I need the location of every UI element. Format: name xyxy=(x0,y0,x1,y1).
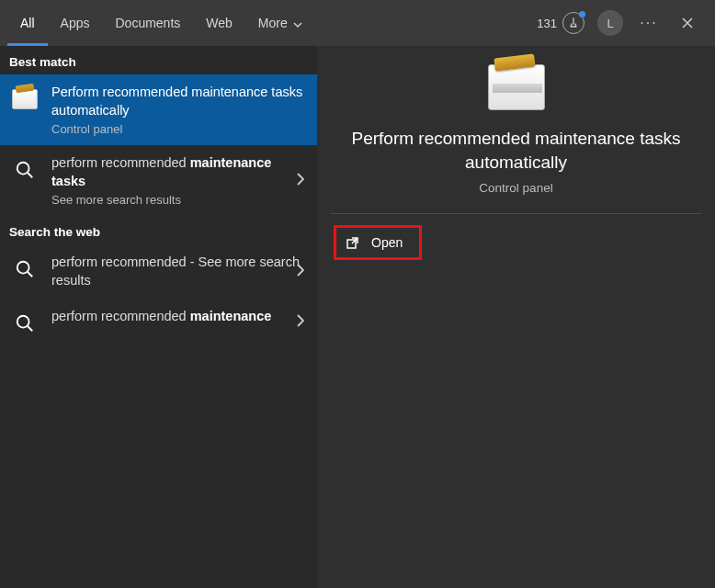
result-title: Perform recommended maintenance tasks au… xyxy=(51,84,304,119)
result-text: perform recommended maintenance tasks Se… xyxy=(51,154,304,207)
tab-web[interactable]: Web xyxy=(193,0,245,46)
result-subtitle: See more search results xyxy=(51,193,304,207)
svg-point-1 xyxy=(17,262,29,274)
result-text: perform recommended - See more search re… xyxy=(51,254,304,289)
result-title: perform recommended maintenance xyxy=(51,308,304,326)
result-maintenance-tasks[interactable]: perform recommended maintenance tasks Se… xyxy=(0,145,317,216)
result-title: perform recommended - See more search re… xyxy=(51,254,304,289)
results-panel: Best match Perform recommended maintenan… xyxy=(0,46,317,588)
divider xyxy=(330,213,702,214)
rewards-count: 131 xyxy=(537,17,557,30)
maintenance-icon xyxy=(488,64,545,110)
header-actions: 131 L ··· xyxy=(537,10,708,36)
rewards-icon xyxy=(562,12,584,34)
result-text: Perform recommended maintenance tasks au… xyxy=(51,84,304,136)
result-web-perform-recommended[interactable]: perform recommended - See more search re… xyxy=(0,244,317,299)
close-icon xyxy=(681,17,694,29)
close-button[interactable] xyxy=(675,10,700,36)
preview-title: Perform recommended maintenance tasks au… xyxy=(330,127,702,174)
tab-more[interactable]: More xyxy=(245,0,315,46)
result-best-match[interactable]: Perform recommended maintenance tasks au… xyxy=(0,74,317,145)
tab-more-label: More xyxy=(258,16,288,30)
result-text: perform recommended maintenance xyxy=(51,308,304,326)
section-best-match: Best match xyxy=(0,46,317,74)
search-icon xyxy=(11,255,39,283)
preview-content: Perform recommended maintenance tasks au… xyxy=(330,59,702,260)
section-search-web: Search the web xyxy=(0,216,317,244)
open-external-icon xyxy=(346,235,360,250)
chevron-right-icon xyxy=(297,264,304,280)
preview-subtitle: Control panel xyxy=(330,181,702,195)
ellipsis-icon: ··· xyxy=(640,15,657,31)
svg-point-0 xyxy=(17,163,29,175)
result-web-perform-recommended-maintenance[interactable]: perform recommended maintenance xyxy=(0,299,317,346)
search-body: Best match Perform recommended maintenan… xyxy=(0,46,715,588)
result-title: perform recommended maintenance tasks xyxy=(51,154,304,190)
tab-all[interactable]: All xyxy=(7,0,48,46)
chevron-right-icon xyxy=(297,173,304,189)
rewards-indicator[interactable]: 131 xyxy=(537,12,584,34)
tab-apps[interactable]: Apps xyxy=(48,0,103,46)
result-subtitle: Control panel xyxy=(51,122,304,136)
user-avatar[interactable]: L xyxy=(597,10,623,36)
open-button[interactable]: Open xyxy=(334,225,422,260)
search-header: All Apps Documents Web More 131 L ··· xyxy=(0,0,715,46)
preview-icon xyxy=(330,64,702,110)
preview-panel: Perform recommended maintenance tasks au… xyxy=(317,46,715,588)
search-icon xyxy=(11,156,39,184)
filter-tabs: All Apps Documents Web More xyxy=(7,0,315,46)
tab-documents[interactable]: Documents xyxy=(102,0,193,46)
chevron-right-icon xyxy=(297,314,304,331)
svg-point-2 xyxy=(17,316,29,328)
maintenance-icon xyxy=(11,85,39,113)
open-label: Open xyxy=(371,235,403,250)
chevron-down-icon xyxy=(293,16,302,30)
options-button[interactable]: ··· xyxy=(636,10,662,36)
search-icon xyxy=(11,310,39,337)
